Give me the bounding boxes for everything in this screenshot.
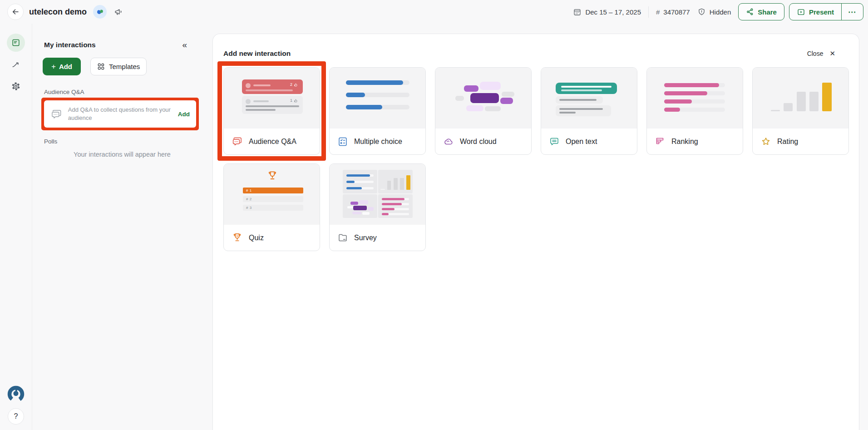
- qa-section-label: Audience Q&A: [44, 89, 202, 95]
- interaction-card-ranking[interactable]: Ranking: [646, 67, 743, 155]
- calendar-icon: [573, 8, 582, 16]
- panel-title: My interactions: [44, 41, 96, 49]
- plus-icon: +: [51, 62, 56, 71]
- present-split-button: Present ⋯: [789, 3, 863, 20]
- announcement-icon[interactable]: [114, 7, 123, 16]
- thumbs-up-icon: [294, 83, 298, 87]
- present-icon: [797, 8, 805, 16]
- card-label: Open text: [566, 138, 597, 146]
- share-button[interactable]: Share: [738, 3, 784, 20]
- grid-icon: [97, 63, 105, 70]
- visibility-label: Hidden: [710, 8, 731, 16]
- interaction-card-open-text[interactable]: Open text: [541, 67, 637, 155]
- quiz-rank-row: # 2: [243, 196, 303, 202]
- word-cloud-icon: [443, 136, 454, 147]
- add-interaction-panel: Add new interaction Close ✕ 2 1: [212, 34, 859, 430]
- quiz-rank-row: # 1: [243, 188, 303, 193]
- divider: [648, 6, 649, 18]
- event-dates-label: Dec 15 – 17, 2025: [585, 8, 641, 16]
- audience-qa-illustration: 2 1: [224, 68, 320, 129]
- collapse-panel-icon[interactable]: «: [182, 40, 187, 49]
- open-text-icon: [549, 136, 560, 147]
- quiz-illustration: # 1 # 2 # 3: [224, 164, 320, 225]
- question-votes: 1: [290, 98, 298, 103]
- interaction-card-quiz[interactable]: # 1 # 2 # 3 Quiz: [223, 163, 320, 251]
- polls-section-label: Polls: [44, 138, 202, 145]
- rating-illustration: [753, 68, 848, 129]
- multiple-choice-icon: [337, 136, 348, 147]
- nav-settings[interactable]: [7, 77, 25, 95]
- speech-bubble-icon: [50, 108, 63, 120]
- qa-hint-card: Add Q&A to collect questions from your a…: [44, 100, 196, 128]
- quiz-rank-row: # 3: [243, 205, 303, 211]
- app-logo: [6, 384, 26, 404]
- event-dates[interactable]: Dec 15 – 17, 2025: [573, 8, 641, 16]
- topbar: utelecon demo Dec 15 – 17, 2025 # 347087…: [0, 0, 868, 24]
- card-label: Ranking: [671, 138, 698, 146]
- shield-alert-icon: [697, 8, 706, 16]
- rating-star-icon: [760, 136, 771, 147]
- interaction-card-audience-qa[interactable]: 2 1 Audience Q&A: [223, 67, 320, 155]
- multiple-choice-illustration: [330, 68, 425, 129]
- help-button[interactable]: ?: [8, 408, 24, 425]
- arrow-left-icon: [11, 7, 20, 16]
- thumbs-up-icon: [294, 99, 298, 103]
- card-label: Audience Q&A: [249, 138, 296, 146]
- quiz-trophy-icon: [232, 232, 243, 243]
- panel-heading: Add new interaction: [223, 49, 291, 58]
- present-button[interactable]: Present: [789, 4, 841, 20]
- qa-tutorial-highlight: Add Q&A to collect questions from your a…: [41, 98, 199, 130]
- present-more-button[interactable]: ⋯: [841, 4, 863, 20]
- interaction-card-multiple-choice[interactable]: Multiple choice: [329, 67, 426, 155]
- interaction-cards-grid: 2 1 Audience Q&A: [223, 67, 850, 251]
- hash-icon: #: [656, 8, 660, 16]
- interaction-card-rating[interactable]: Rating: [752, 67, 849, 155]
- templates-button[interactable]: Templates: [90, 58, 147, 75]
- event-code[interactable]: # 3470877: [656, 8, 690, 16]
- back-button[interactable]: [7, 4, 24, 20]
- card-label: Rating: [777, 138, 798, 146]
- survey-illustration: [330, 164, 425, 225]
- trophy-icon: [266, 170, 278, 182]
- open-text-illustration: [541, 68, 637, 129]
- empty-state-text: Your interactions will appear here: [43, 151, 202, 158]
- qa-hint-text: Add Q&A to collect questions from your a…: [68, 106, 173, 122]
- ranking-illustration: [647, 68, 743, 129]
- add-interaction-button[interactable]: + Add: [43, 58, 81, 75]
- nav-analytics[interactable]: [7, 55, 25, 74]
- event-title: utelecon demo: [29, 7, 87, 17]
- card-label: Survey: [354, 234, 377, 242]
- event-meta: Dec 15 – 17, 2025 # 3470877 Hidden: [573, 6, 731, 18]
- teams-integration-icon: [93, 5, 107, 19]
- card-label: Word cloud: [460, 138, 497, 146]
- left-nav-rail: ?: [0, 24, 32, 430]
- nav-interactions[interactable]: [7, 34, 25, 52]
- interaction-card-word-cloud[interactable]: Word cloud: [435, 67, 532, 155]
- question-votes: 2: [290, 82, 298, 87]
- card-label: Multiple choice: [354, 138, 402, 146]
- share-icon: [746, 8, 754, 16]
- card-label: Quiz: [249, 234, 264, 242]
- survey-folder-icon: [337, 232, 348, 243]
- qa-add-link[interactable]: Add: [178, 111, 190, 118]
- event-code-value: 3470877: [663, 8, 690, 16]
- word-cloud-illustration: [435, 68, 531, 129]
- trending-up-icon: [11, 59, 21, 69]
- question-mark-icon: ?: [14, 412, 18, 420]
- visibility-status[interactable]: Hidden: [697, 8, 731, 16]
- gear-icon: [11, 81, 21, 91]
- close-icon: ✕: [829, 49, 835, 58]
- my-interactions-panel: My interactions « + Add Templates Audien…: [32, 24, 212, 430]
- ranking-icon: [655, 136, 666, 147]
- audience-qa-icon: [232, 136, 243, 147]
- interactions-icon: [11, 38, 21, 48]
- close-button[interactable]: Close ✕: [807, 49, 835, 58]
- interaction-card-survey[interactable]: Survey: [329, 163, 426, 251]
- ellipsis-icon: ⋯: [848, 7, 857, 17]
